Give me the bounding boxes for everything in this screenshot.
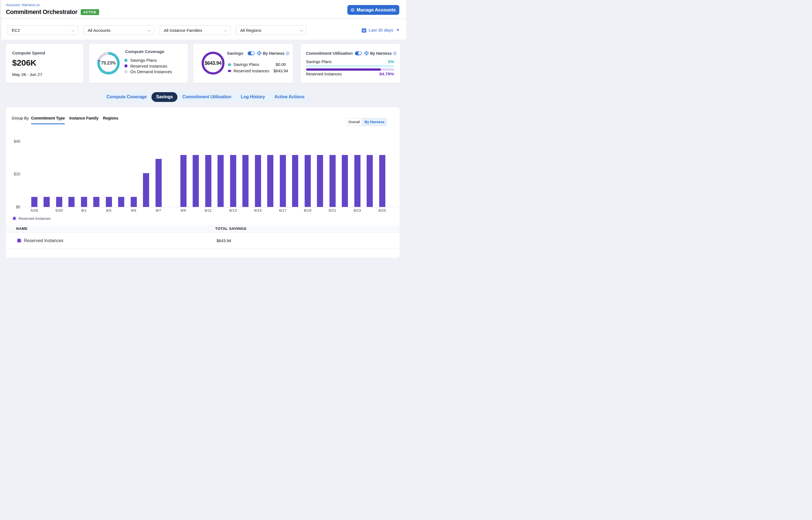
table-header: NAME TOTAL SAVINGS — [6, 225, 399, 233]
coverage-legend: Savings Plans Reserved Instances On Dema… — [125, 57, 172, 75]
legend-label: Reserved Instances — [19, 216, 51, 220]
savings-panel: Group By Commitment Type Instance Family… — [6, 107, 399, 258]
group-by-label: Group By — [12, 116, 29, 120]
date-range-picker[interactable]: Last 30 days — [362, 25, 399, 35]
tab-savings[interactable]: Savings — [151, 92, 178, 102]
compute-spend-value: $206K — [12, 58, 77, 68]
bar-6/17 — [280, 155, 286, 207]
bar-6/2 — [93, 197, 99, 207]
instance-families-select[interactable]: All Instance Families — [160, 25, 230, 35]
legend-value: $643.94 — [267, 69, 294, 73]
calendar-icon — [362, 28, 366, 33]
chevron-down-icon — [148, 28, 151, 31]
compute-spend-title: Compute Spend — [12, 51, 77, 56]
column-header-total-savings: TOTAL SAVINGS — [215, 227, 246, 231]
bar-6/4 — [118, 197, 124, 207]
info-icon[interactable] — [286, 52, 289, 55]
bar-6/3 — [106, 197, 112, 207]
bar-6/7 — [156, 159, 162, 207]
y-axis-label: $20 — [14, 172, 20, 176]
harness-logo-icon — [257, 51, 262, 56]
tab-active-actions[interactable]: Active Actions — [270, 92, 309, 102]
group-tab-regions[interactable]: Regions — [103, 114, 118, 122]
utilisation-ri-label: Reserved Instances — [306, 72, 342, 76]
row-swatch — [17, 238, 21, 243]
bar-6/24 — [367, 155, 373, 207]
utilisation-sp-value: 0% — [388, 59, 394, 64]
page-title: Commitment Orchestrator — [6, 9, 77, 16]
legend-swatch — [125, 59, 127, 62]
view-toggle-overall[interactable]: Overall — [346, 119, 362, 126]
main-tabbar: Compute Coverage Savings Commitment Util… — [102, 92, 309, 102]
bar-5/29 — [44, 197, 50, 207]
accounts-select-value: All Accounts — [88, 28, 111, 33]
bar-6/13 — [230, 155, 236, 207]
x-axis-label: 6/1 — [81, 208, 86, 212]
group-tab-instance-family[interactable]: Instance Family — [69, 114, 98, 122]
info-icon[interactable] — [393, 52, 396, 55]
bar-5/28 — [31, 197, 37, 207]
bar-6/14 — [242, 155, 248, 207]
legend-swatch — [125, 64, 127, 67]
coverage-donut-value: 79.23% — [97, 52, 120, 75]
x-axis-label: 5/28 — [30, 208, 38, 212]
legend-item: Savings Plans — [125, 57, 172, 63]
utilisation-by-harness-toggle[interactable] — [355, 51, 362, 55]
tab-log-history[interactable]: Log History — [236, 92, 270, 102]
bar-6/11 — [205, 155, 211, 207]
chevron-down-icon — [72, 28, 75, 31]
x-axis-label: 6/21 — [329, 208, 336, 212]
legend-swatch — [12, 216, 17, 221]
accounts-select[interactable]: All Accounts — [83, 25, 154, 35]
bar-6/10 — [193, 155, 199, 207]
x-axis-label: 6/11 — [205, 208, 212, 212]
bar-6/16 — [267, 155, 273, 207]
tab-commitment-utilisation[interactable]: Commitment Utilisation — [178, 92, 236, 102]
legend-item: On Demand Instances — [125, 69, 172, 75]
bar-6/25 — [379, 155, 385, 207]
chart-legend: Reserved Instances — [12, 216, 51, 221]
regions-select[interactable]: All Regions — [236, 25, 307, 35]
tab-compute-coverage[interactable]: Compute Coverage — [102, 92, 151, 102]
x-axis-label: 6/13 — [229, 208, 236, 212]
x-axis-label: 6/7 — [156, 208, 161, 212]
x-axis-label: 6/15 — [254, 208, 261, 212]
x-axis-label: 6/17 — [279, 208, 286, 212]
bar-6/21 — [330, 155, 336, 207]
compute-spend-period: May 28 - Jun 27 — [12, 72, 77, 77]
utilisation-ri-bar — [306, 69, 394, 71]
service-select[interactable]: EC2 — [7, 25, 78, 35]
regions-select-value: All Regions — [240, 28, 261, 33]
compute-coverage-card: 79.23% Compute Coverage Savings Plans Re… — [89, 44, 188, 83]
compute-coverage-title: Compute Coverage — [125, 49, 164, 54]
row-total-savings: $643.94 — [217, 238, 231, 243]
manage-accounts-button[interactable]: Manage Accounts — [347, 5, 399, 15]
utilisation-sp-bar — [306, 65, 394, 67]
status-badge: ACTIVE — [81, 9, 99, 15]
bar-6/22 — [342, 155, 348, 207]
account-link[interactable]: Account: Harness.io — [6, 3, 40, 7]
view-toggle-by-harness[interactable]: By Harness — [362, 119, 387, 126]
service-select-value: EC2 — [12, 28, 20, 33]
savings-ring-chart: $643.94 — [202, 52, 225, 75]
table-row[interactable]: Reserved Instances $643.94 — [6, 233, 399, 249]
x-axis-label: 6/25 — [378, 208, 386, 212]
harness-logo-icon — [364, 51, 369, 56]
group-tab-commitment-type[interactable]: Commitment Type — [31, 114, 65, 122]
legend-swatch — [125, 70, 127, 73]
bar-6/5 — [131, 197, 137, 207]
manage-accounts-label: Manage Accounts — [357, 7, 396, 12]
savings-by-harness-toggle[interactable] — [248, 51, 255, 55]
date-range-label: Last 30 days — [369, 28, 393, 33]
bar-6/9 — [180, 155, 186, 207]
x-axis-label: 6/3 — [106, 208, 111, 212]
y-axis-label: $0 — [16, 205, 20, 209]
page-header: Account: Harness.io Commitment Orchestra… — [1, 0, 406, 19]
bar-6/1 — [81, 197, 87, 207]
caret-down-icon — [396, 29, 399, 31]
bar-6/6 — [143, 173, 149, 207]
chevron-down-icon — [300, 28, 304, 31]
savings-legend: Savings Plans $0.00 Reserved Instances $… — [228, 61, 288, 74]
legend-value: $0.00 — [267, 62, 294, 67]
gear-icon — [351, 8, 355, 12]
